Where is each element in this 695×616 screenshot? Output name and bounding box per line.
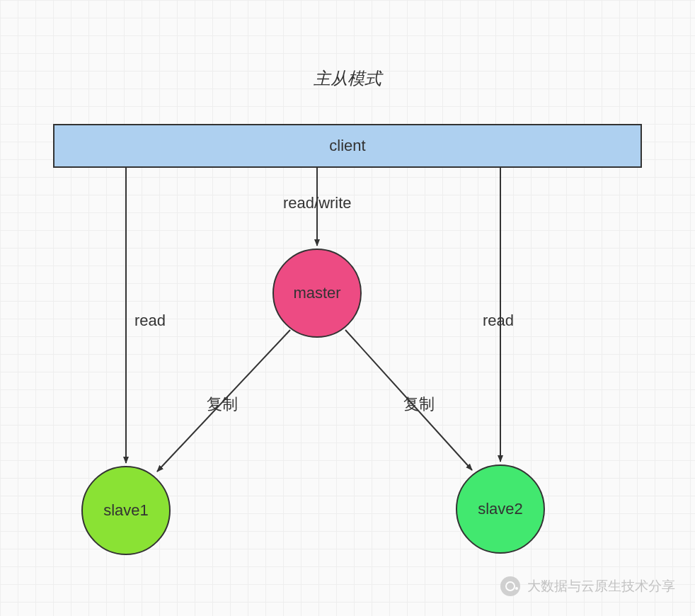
node-client-label: client <box>329 137 365 155</box>
edge-label-read-write: read/write <box>283 194 352 212</box>
edge-label-read-right: read <box>483 312 514 330</box>
node-master-label: master <box>293 284 340 302</box>
watermark: 大数据与云原生技术分享 <box>500 576 675 596</box>
watermark-text: 大数据与云原生技术分享 <box>527 577 675 595</box>
edge-label-replicate-left: 复制 <box>207 394 238 415</box>
edge-label-read-left: read <box>134 312 166 330</box>
node-slave1-label: slave1 <box>103 501 149 520</box>
node-slave1: slave1 <box>81 466 171 555</box>
node-slave2: slave2 <box>456 464 545 554</box>
node-master: master <box>272 249 362 338</box>
wechat-icon <box>500 576 520 596</box>
node-client: client <box>53 124 642 168</box>
node-slave2-label: slave2 <box>478 500 523 518</box>
edge-label-replicate-right: 复制 <box>403 394 435 415</box>
diagram-title: 主从模式 <box>314 67 381 90</box>
